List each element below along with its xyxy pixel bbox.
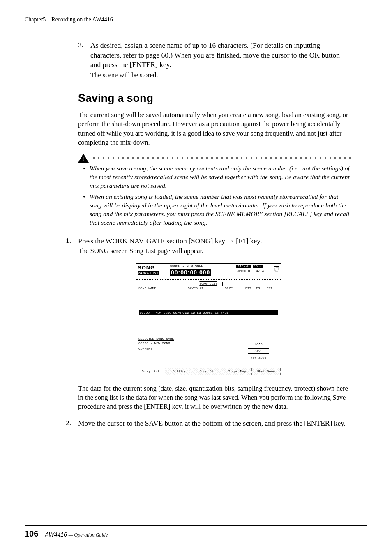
step-number: 1. [66, 236, 78, 256]
screen-header: SONG SONG LIST 00000 - NEW SONG 00:00:00… [136, 264, 281, 280]
step-text-a: Press the WORK NAVIGATE section [SONG] k… [78, 237, 227, 245]
col-prt: PRT [267, 286, 275, 290]
col-fs: FS [256, 286, 267, 290]
col-name: SONG NAME [138, 286, 188, 290]
song-title: 00000 - NEW SONG [170, 265, 234, 269]
save-button[interactable]: SAVE [248, 348, 269, 354]
divider-dots [93, 157, 351, 159]
step-note: The SONG screen Song List page will appe… [78, 246, 351, 256]
step-instruction: Move the cursor to the SAVE button at th… [78, 419, 351, 428]
songlist-header: SONG LIST [194, 282, 223, 286]
load-button[interactable]: LOAD [248, 342, 269, 347]
step-body: As desired, assign a scene name of up to… [90, 41, 351, 80]
songlist-label: SONG LIST [138, 271, 159, 275]
after-screenshot-paragraph: The data for the current song (date, siz… [78, 384, 351, 412]
time-signature: 4/ 4 [256, 269, 264, 273]
tab-songedit[interactable]: Song Edit [194, 368, 223, 375]
col-size: SIZE [225, 286, 245, 290]
tab-shutdown[interactable]: Shut Down [252, 368, 281, 375]
section-title: Saving a song [78, 92, 351, 105]
intro-paragraph: The current song will be saved automatic… [78, 111, 351, 147]
song-list-area: 00000 - NEW SONG 00/07/22 12:53 000kB 16… [138, 292, 279, 335]
song-label: SONG [138, 265, 166, 271]
list-header-row: SONG LIST [136, 280, 281, 286]
tab-setting[interactable]: Setting [165, 368, 194, 375]
screen-time-block: 00000 - NEW SONG 00:00:00.000 [168, 264, 235, 279]
song-screen: SONG SONG LIST 00000 - NEW SONG 00:00:00… [136, 263, 281, 375]
button-group: LOAD SAVE NEW SONG [248, 342, 269, 362]
warning-icon [78, 154, 89, 163]
warning-item: When you save a song, the scene memory c… [83, 164, 351, 190]
step-body: Move the cursor to the SAVE button at th… [78, 419, 351, 428]
footer-guide: — Operation Guide [69, 532, 108, 538]
step-3: 3. As desired, assign a scene name of up… [78, 41, 351, 80]
screenshot-figure: SONG SONG LIST 00000 - NEW SONG 00:00:00… [136, 263, 281, 375]
chapter-label: Chapter5—Recording on the AW4416 [25, 16, 113, 23]
page-number: 106 [25, 529, 38, 539]
column-headers: SONG NAME SAVED AT SIZE BIT FS PRT [136, 286, 281, 291]
scene-indicator: ▪ [274, 266, 279, 272]
warning-header [78, 154, 351, 163]
col-bit: BIT [245, 286, 256, 290]
new-song-button[interactable]: NEW SONG [248, 355, 269, 360]
warning-block: When you save a song, the scene memory c… [78, 154, 351, 227]
warning-item: When an existing song is loaded, the sce… [83, 193, 351, 227]
step-1: 1. Press the WORK NAVIGATE section [SONG… [66, 236, 351, 256]
warning-list: When you save a song, the scene memory c… [83, 164, 351, 227]
bits-badge: 16bit [253, 265, 262, 268]
footer-logo: AW4416 [45, 531, 67, 538]
selected-label: SELECTED SONG NAME [136, 336, 281, 341]
step-number: 2. [66, 419, 78, 428]
tab-tempomap[interactable]: Tempo Map [223, 368, 252, 375]
col-saved: SAVED AT [188, 286, 225, 290]
step-2: 2. Move the cursor to the SAVE button at… [66, 419, 351, 428]
arrow-icon: → [227, 237, 234, 245]
step-number: 3. [78, 41, 90, 80]
main-content: 3. As desired, assign a scene name of up… [66, 41, 351, 428]
page-header: Chapter5—Recording on the AW4416 [25, 16, 367, 25]
step-body: Press the WORK NAVIGATE section [SONG] k… [78, 236, 351, 256]
step-text-b: [F1] key. [234, 237, 262, 245]
tab-row: Song List Setting Song Edit Tempo Map Sh… [136, 368, 281, 375]
step-note: The scene will be stored. [90, 71, 351, 80]
step-instruction: Press the WORK NAVIGATE section [SONG] k… [78, 236, 351, 246]
song-list-row: 00000 - NEW SONG 00/07/22 12:53 000kB 16… [139, 310, 278, 315]
rate-badge: 44.1kHz [236, 265, 251, 268]
tab-songlist[interactable]: Song List [136, 368, 165, 375]
page-footer: 106 AW4416 — Operation Guide [25, 525, 367, 539]
tempo: ♩=120.0 [236, 269, 250, 273]
step-instruction: As desired, assign a scene name of up to… [90, 41, 351, 70]
screen-title-block: SONG SONG LIST [136, 264, 168, 279]
song-time: 00:00:00.000 [170, 269, 211, 276]
